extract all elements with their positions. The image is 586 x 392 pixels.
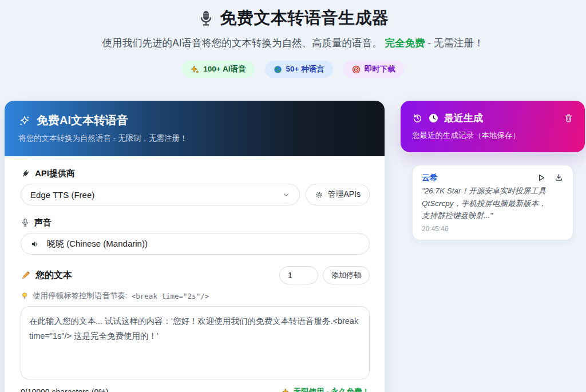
microphone-outline-icon [21, 218, 30, 227]
lightbulb-icon [21, 292, 29, 300]
badge-label: 100+ AI语音 [203, 64, 246, 74]
recent-item-voice: 云希 [422, 173, 438, 183]
clear-history-button[interactable] [564, 113, 573, 123]
badge-label: 50+ 种语言 [286, 64, 324, 74]
pause-tip-code: <break time="2s"/> [132, 292, 209, 300]
download-button[interactable] [554, 173, 564, 183]
add-pause-button[interactable]: 添加停顿 [323, 266, 370, 284]
recent-item-text: "26.7K Star！开源安卓实时投屏工具 QtScrcpy，手机投屏电脑最新… [422, 185, 549, 222]
api-provider-label-text: API提供商 [35, 168, 75, 179]
recent-item-time: 20:45:46 [422, 225, 564, 233]
sparkle-bolt-icon [282, 388, 290, 392]
char-counter: 0/10000 characters (0%) [21, 387, 108, 392]
generator-subtitle: 将您的文本转换为自然语音 - 无限制，无需注册！ [18, 133, 371, 144]
api-provider-value: Edge TTS (Free) [30, 190, 275, 200]
subtitle-tail: - 无需注册！ [425, 37, 484, 49]
play-icon [536, 173, 546, 183]
main-content: 免费AI文本转语音 将您的文本转换为自然语音 - 无限制，无需注册！ [0, 101, 586, 392]
text-label: 您的文本 [21, 270, 72, 281]
page-title: 免费文本转语音生成器 [220, 7, 389, 30]
generator-card: 免费AI文本转语音 将您的文本转换为自然语音 - 无限制，无需注册！ [5, 101, 385, 392]
generator-title: 免费AI文本转语音 [37, 113, 128, 128]
recent-title: 最近生成 [444, 112, 483, 125]
voice-label: 声音 [21, 217, 370, 228]
sparkle-bolt-icon [191, 65, 199, 74]
chevron-down-icon [282, 191, 290, 199]
feature-badges: 100+ AI语音 50+ 种语言 即时下载 [0, 61, 586, 78]
text-input[interactable] [21, 306, 370, 379]
play-button[interactable] [536, 173, 546, 183]
generator-footer: 0/10000 characters (0%) 无限使用 - 永久免费！ [21, 387, 370, 392]
badge-ai-voices: 100+ AI语音 [182, 61, 254, 78]
globe-icon [274, 65, 282, 74]
api-provider-select[interactable]: Edge TTS (Free) [21, 184, 300, 205]
generator-header: 免费AI文本转语音 将您的文本转换为自然语音 - 无限制，无需注册！ [5, 101, 385, 156]
trash-icon [564, 113, 573, 123]
subtitle-highlight: 完全免费 [385, 37, 425, 49]
unlimited-note-text: 无限使用 - 永久免费！ [294, 387, 370, 392]
manage-apis-button[interactable]: 管理APIs [306, 184, 370, 205]
badge-label: 即时下载 [365, 64, 395, 74]
target-icon [352, 65, 361, 74]
recent-subtitle: 您最近的生成记录（本地保存） [412, 130, 573, 141]
speaker-icon [30, 239, 40, 249]
recent-header: 最近生成 您最近的生成记录（本地保存） [401, 101, 585, 152]
voice-select[interactable]: 晓晓 (Chinese (Mandarin)) [21, 233, 370, 255]
generator-body: API提供商 Edge TTS (Free) 管理A [5, 156, 385, 392]
recent-panel: 最近生成 您最近的生成记录（本地保存） 云希 [401, 101, 585, 240]
api-provider-label: API提供商 [21, 168, 370, 179]
gear-icon [315, 191, 323, 199]
badge-languages: 50+ 种语言 [265, 61, 333, 78]
download-icon [554, 173, 564, 183]
pause-controls: 添加停顿 [279, 266, 370, 284]
page-subtitle: 使用我们先进的AI语音将您的文本转换为自然、高质量的语音。 完全免费 - 无需注… [0, 36, 586, 50]
sparkles-icon [18, 114, 31, 127]
pause-tip: 使用停顿标签控制语音节奏: <break time="2s"/> [21, 291, 370, 301]
voice-value: 晓晓 (Chinese (Mandarin)) [47, 239, 360, 250]
badge-instant-download: 即时下载 [343, 61, 404, 78]
writing-hand-icon [21, 270, 31, 280]
text-label-text: 您的文本 [35, 270, 72, 282]
microphone-icon [197, 10, 215, 27]
pause-seconds-input[interactable] [279, 266, 318, 284]
clock-icon [428, 113, 439, 124]
pause-tip-text: 使用停顿标签控制语音节奏: [33, 291, 128, 301]
add-pause-label: 添加停顿 [331, 271, 361, 279]
unlimited-note: 无限使用 - 永久免费！ [282, 387, 370, 392]
voice-label-text: 声音 [34, 217, 52, 228]
recent-item: 云希 [412, 165, 573, 240]
subtitle-text: 使用我们先进的AI语音将您的文本转换为自然、高质量的语音。 [102, 37, 385, 49]
history-icon [412, 113, 423, 124]
manage-apis-label: 管理APIs [327, 189, 361, 200]
plug-icon [21, 169, 30, 179]
page-header: 免费文本转语音生成器 使用我们先进的AI语音将您的文本转换为自然、高质量的语音。… [0, 0, 586, 78]
